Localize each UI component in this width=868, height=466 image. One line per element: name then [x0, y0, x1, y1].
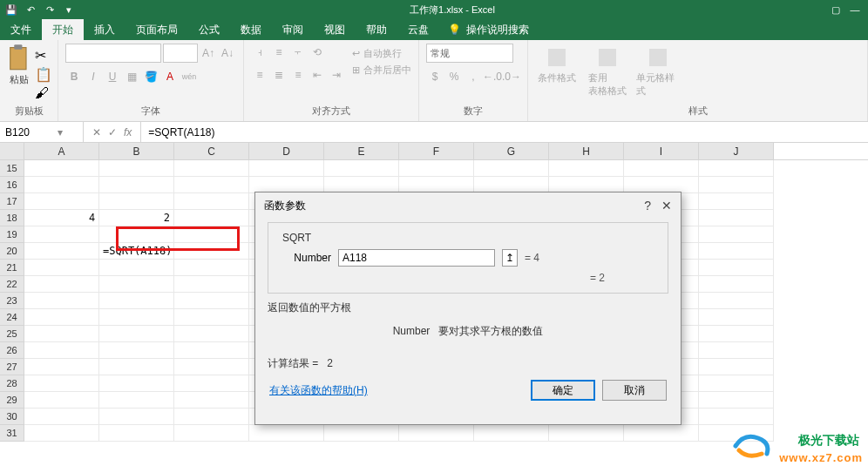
- cell[interactable]: [699, 210, 774, 226]
- cell[interactable]: [99, 260, 174, 276]
- cell[interactable]: [174, 326, 249, 342]
- cell-b18[interactable]: 2: [99, 210, 174, 226]
- cell[interactable]: [24, 177, 99, 193]
- fill-color-button[interactable]: 🪣: [142, 68, 159, 85]
- cell[interactable]: [24, 392, 99, 409]
- cell[interactable]: [174, 193, 249, 210]
- col-header[interactable]: A: [24, 143, 99, 159]
- comma-icon[interactable]: ,: [465, 68, 482, 85]
- align-left-icon[interactable]: ≡: [251, 66, 268, 84]
- cell[interactable]: [699, 326, 774, 342]
- cell[interactable]: [24, 326, 99, 342]
- cell[interactable]: [174, 210, 249, 226]
- cell[interactable]: [174, 260, 249, 276]
- cell[interactable]: [174, 226, 249, 243]
- cell[interactable]: [174, 276, 249, 293]
- fx-icon[interactable]: fx: [124, 126, 132, 138]
- row-header[interactable]: 19: [0, 226, 24, 243]
- function-help-link[interactable]: 有关该函数的帮助(H): [269, 383, 368, 398]
- tab-cloud[interactable]: 云盘: [397, 19, 439, 40]
- row-header[interactable]: 21: [0, 260, 24, 276]
- cell[interactable]: [174, 392, 249, 409]
- col-header[interactable]: E: [324, 143, 399, 159]
- formula-input[interactable]: [141, 122, 868, 142]
- copy-icon[interactable]: 📋: [35, 66, 51, 82]
- percent-icon[interactable]: %: [445, 68, 463, 85]
- close-icon[interactable]: ✕: [661, 199, 672, 213]
- cell[interactable]: [24, 160, 99, 177]
- row-header[interactable]: 27: [0, 359, 24, 375]
- cell[interactable]: [24, 293, 99, 309]
- underline-button[interactable]: U: [104, 68, 121, 85]
- border-button[interactable]: ▦: [123, 68, 140, 85]
- cell[interactable]: [99, 177, 174, 193]
- cell[interactable]: [699, 260, 774, 276]
- font-color-button[interactable]: A: [161, 68, 179, 85]
- cell[interactable]: [174, 160, 249, 177]
- cell[interactable]: [24, 359, 99, 375]
- row-header[interactable]: 26: [0, 342, 24, 359]
- cell[interactable]: [624, 160, 699, 177]
- cell[interactable]: [699, 375, 774, 392]
- cell-b20[interactable]: =SQRT(A118): [99, 243, 174, 260]
- cell[interactable]: [24, 425, 99, 442]
- redo-icon[interactable]: ↷: [44, 3, 56, 16]
- align-right-icon[interactable]: ≡: [289, 66, 307, 84]
- arg-input[interactable]: [338, 249, 495, 267]
- row-header[interactable]: 28: [0, 375, 24, 392]
- cell[interactable]: [249, 425, 324, 442]
- cell[interactable]: [99, 293, 174, 309]
- font-size-select[interactable]: [163, 44, 198, 63]
- cell[interactable]: [699, 309, 774, 326]
- cell[interactable]: [99, 359, 174, 375]
- cell[interactable]: [99, 226, 174, 243]
- cell[interactable]: [399, 425, 474, 442]
- cell[interactable]: [699, 392, 774, 409]
- cell[interactable]: [174, 293, 249, 309]
- cell[interactable]: [99, 392, 174, 409]
- increase-font-icon[interactable]: A↑: [200, 44, 217, 62]
- increase-decimal-icon[interactable]: ←.0: [484, 68, 501, 85]
- cell[interactable]: [24, 276, 99, 293]
- phonetic-button[interactable]: wén: [180, 68, 198, 85]
- cancel-formula-icon[interactable]: ✕: [92, 126, 101, 138]
- col-header[interactable]: C: [174, 143, 249, 159]
- row-header[interactable]: 31: [0, 425, 24, 442]
- format-painter-icon[interactable]: 🖌: [35, 85, 51, 101]
- cell[interactable]: [99, 409, 174, 425]
- tab-home[interactable]: 开始: [42, 19, 84, 40]
- cell[interactable]: [99, 309, 174, 326]
- col-header[interactable]: J: [699, 143, 774, 159]
- cell[interactable]: [699, 293, 774, 309]
- cell[interactable]: [174, 177, 249, 193]
- help-icon[interactable]: ?: [644, 199, 651, 213]
- cell[interactable]: [99, 276, 174, 293]
- decrease-font-icon[interactable]: A↓: [219, 44, 236, 62]
- row-header[interactable]: 15: [0, 160, 24, 177]
- col-header[interactable]: I: [624, 143, 699, 159]
- cell[interactable]: [174, 243, 249, 260]
- name-box-input[interactable]: [5, 126, 58, 138]
- undo-icon[interactable]: ↶: [24, 3, 37, 16]
- cell[interactable]: [24, 260, 99, 276]
- currency-icon[interactable]: $: [426, 68, 444, 85]
- cell[interactable]: [699, 226, 774, 243]
- cell[interactable]: [699, 243, 774, 260]
- row-header[interactable]: 23: [0, 293, 24, 309]
- collapse-dialog-icon[interactable]: ↥: [502, 249, 518, 267]
- minimize-icon[interactable]: —: [849, 3, 861, 16]
- cell[interactable]: [174, 359, 249, 375]
- tab-data[interactable]: 数据: [230, 19, 272, 40]
- tell-me-search[interactable]: 💡 操作说明搜索: [448, 19, 529, 40]
- cell-a18[interactable]: 4: [24, 210, 99, 226]
- tab-layout[interactable]: 页面布局: [125, 19, 188, 40]
- cell[interactable]: [699, 359, 774, 375]
- row-header[interactable]: 22: [0, 276, 24, 293]
- cell[interactable]: [549, 160, 624, 177]
- col-header[interactable]: B: [99, 143, 174, 159]
- cell[interactable]: [24, 342, 99, 359]
- col-header[interactable]: F: [399, 143, 474, 159]
- row-header[interactable]: 20: [0, 243, 24, 260]
- cell[interactable]: [549, 425, 624, 442]
- row-header[interactable]: 30: [0, 409, 24, 425]
